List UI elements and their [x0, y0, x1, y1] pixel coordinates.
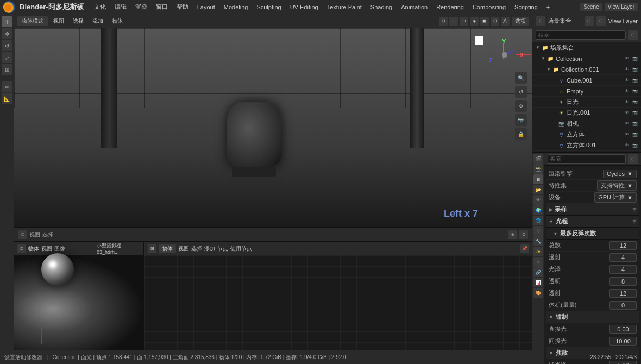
- col001-vis-camera[interactable]: 📷: [631, 66, 639, 73]
- menu-scripting[interactable]: Scripting: [511, 3, 542, 11]
- timeline-node[interactable]: 节点: [217, 245, 228, 253]
- vp-lock-icon[interactable]: 🔒: [515, 128, 527, 140]
- cube001-vis-camera[interactable]: 📷: [631, 77, 639, 84]
- outliner-search-input[interactable]: [536, 30, 626, 40]
- move-tool[interactable]: ✥: [2, 28, 12, 39]
- rotate-tool[interactable]: ↺: [2, 40, 12, 51]
- viewport-object-menu[interactable]: 物体: [109, 16, 126, 26]
- scene-button[interactable]: Scene: [580, 3, 602, 11]
- sun-vis-camera[interactable]: 📷: [631, 98, 639, 106]
- cube001-vis-eye[interactable]: 👁: [623, 77, 631, 84]
- tree-item-sun[interactable]: ▶ ☀ 日光 👁 📷: [532, 97, 641, 108]
- viewport-icon-1[interactable]: ⊡: [439, 17, 448, 26]
- props-tab-object[interactable]: ▽: [533, 226, 543, 236]
- tree-item-cube[interactable]: ▶ ▽ 立方体 👁 📷: [532, 129, 641, 140]
- sun001-vis-camera[interactable]: 📷: [631, 109, 639, 117]
- camera-vis-camera[interactable]: 📷: [631, 120, 639, 128]
- tree-item-cube001[interactable]: ▶ ▽ Cube.001 👁 📷: [532, 75, 641, 86]
- vis-eye-icon[interactable]: 👁: [623, 55, 631, 62]
- menu-layout[interactable]: Layout: [193, 3, 219, 11]
- viewport-3d[interactable]: X Y Z 🔍 ↺ ✥ 📷 🔒 Left x 7: [14, 28, 532, 227]
- col001-vis-eye[interactable]: 👁: [623, 66, 631, 73]
- timeline-view[interactable]: 视图: [178, 245, 189, 253]
- props-tab-view[interactable]: 👁: [533, 195, 543, 205]
- timeline-use-node[interactable]: 使用节点: [230, 245, 252, 253]
- cube-vis-eye[interactable]: 👁: [623, 131, 631, 139]
- sun-vis-eye[interactable]: 👁: [623, 98, 631, 106]
- outliner-icon-btn[interactable]: ⊡: [536, 16, 545, 26]
- menu-render[interactable]: 渲染: [131, 2, 151, 12]
- tree-item-collection[interactable]: ▼ 📁 Collection 👁 📷: [532, 53, 641, 64]
- hdri-mode-label[interactable]: 物体: [28, 245, 39, 253]
- menu-rendering[interactable]: Rendering: [432, 3, 468, 11]
- vp-zoom-icon[interactable]: 🔍: [515, 72, 527, 84]
- cursor-tool[interactable]: ✛: [2, 16, 12, 27]
- outliner-filter-btn[interactable]: ⊟: [585, 16, 594, 26]
- menu-add[interactable]: +: [543, 3, 554, 11]
- sampling-options[interactable]: ⊞: [632, 207, 637, 212]
- props-tab-scene[interactable]: 🎬: [533, 154, 543, 164]
- hdri-image-label[interactable]: 图像: [54, 245, 65, 253]
- tree-item-cube-001b[interactable]: ▶ ▽ 立方体.001 👁 📷: [532, 140, 641, 151]
- viewport-add-menu[interactable]: 添加: [89, 16, 106, 26]
- scale-tool[interactable]: ⤢: [2, 52, 12, 63]
- props-tab-scene2[interactable]: 🌍: [533, 205, 543, 215]
- props-tab-constraints[interactable]: 🔗: [533, 267, 543, 277]
- direct-clamp-value[interactable]: 0.00: [609, 325, 637, 334]
- timeline-mode-btn[interactable]: 物体: [159, 244, 176, 253]
- tree-item-scene-collection[interactable]: ▼ 📁 场景集合: [532, 42, 641, 53]
- props-tab-render-active[interactable]: 🖥: [533, 174, 543, 184]
- empty-vis-camera[interactable]: 📷: [631, 87, 639, 95]
- options-button[interactable]: 选项: [512, 17, 529, 26]
- props-tab-modifier[interactable]: 🔧: [533, 236, 543, 246]
- menu-window[interactable]: 窗口: [152, 2, 172, 12]
- menu-shading[interactable]: Shading: [367, 3, 396, 11]
- viewport-icon-7[interactable]: 八: [501, 17, 510, 26]
- vp-camera-icon[interactable]: 📷: [515, 114, 527, 126]
- timeline-icon[interactable]: ⊡: [148, 244, 156, 253]
- timeline-body[interactable]: [144, 255, 532, 350]
- menu-compositing[interactable]: Compositing: [469, 3, 510, 11]
- view-layer-button[interactable]: View Layer: [605, 3, 638, 11]
- menu-help[interactable]: 帮助: [173, 2, 192, 12]
- props-tab-data[interactable]: 📊: [533, 278, 543, 287]
- timeline-select[interactable]: 选择: [191, 245, 202, 253]
- camera-vis-eye[interactable]: 👁: [623, 120, 631, 128]
- renderer-dropdown[interactable]: Cycles ▼: [603, 170, 637, 178]
- props-search-filter[interactable]: ⊟: [628, 154, 638, 164]
- viewport-bottom-icon-2[interactable]: ◈: [508, 230, 517, 239]
- cube001b-vis-eye[interactable]: 👁: [623, 142, 631, 149]
- timeline-icon-2[interactable]: 📌: [520, 244, 529, 253]
- menu-texture[interactable]: Texture Paint: [323, 3, 366, 11]
- props-tab-particles[interactable]: ✨: [533, 247, 543, 256]
- menu-culture[interactable]: 文化: [90, 2, 110, 12]
- viewport-bottom-icon-3[interactable]: ⊙: [519, 230, 528, 239]
- viewport-bottom-icon-1[interactable]: ⊡: [18, 230, 27, 239]
- viewport-gizmo[interactable]: X Y Z: [486, 36, 524, 74]
- hdri-editor-icon[interactable]: ⊡: [17, 244, 26, 253]
- menu-sculpting[interactable]: Sculpting: [253, 3, 285, 11]
- viewport-bottom-view[interactable]: 视图: [29, 231, 40, 239]
- viewport-bottom-select[interactable]: 选择: [42, 231, 53, 239]
- outliner-options-btn[interactable]: ⊞: [596, 16, 606, 26]
- object-mode-button[interactable]: 物体模式: [17, 16, 48, 26]
- clamp-section-header[interactable]: ▼ 钳制: [546, 311, 639, 323]
- menu-edit[interactable]: 编辑: [111, 2, 130, 12]
- viewport-icon-6[interactable]: ⊞: [491, 17, 499, 26]
- vis-camera-icon[interactable]: 📷: [631, 55, 639, 62]
- sun001-vis-eye[interactable]: 👁: [623, 109, 631, 117]
- vp-rotate-icon[interactable]: ↺: [515, 86, 527, 98]
- outliner-tree[interactable]: ▼ 📁 场景集合 ▼ 📁 Collection 👁 📷 ▼: [532, 42, 641, 152]
- annotate-tool[interactable]: ✏: [2, 81, 12, 92]
- menu-uv[interactable]: UV Editing: [286, 3, 322, 11]
- tree-item-camera[interactable]: ▶ 📷 相机 👁 📷: [532, 118, 641, 129]
- viewport-icon-3[interactable]: ⊙: [460, 17, 468, 26]
- viewport-icon-4[interactable]: ◈: [470, 17, 479, 26]
- measure-tool[interactable]: 📐: [2, 93, 12, 104]
- total-bounces-value[interactable]: 12: [609, 241, 637, 250]
- glossy-bounces-value[interactable]: 4: [609, 265, 637, 274]
- props-tab-output[interactable]: 📂: [533, 185, 543, 194]
- max-bounce-header[interactable]: ▼ 最多反弹次数: [546, 228, 639, 240]
- tree-item-collection-001[interactable]: ▼ 📁 Collection.001 👁 📷: [532, 64, 641, 75]
- indirect-clamp-value[interactable]: 10.00: [609, 337, 637, 346]
